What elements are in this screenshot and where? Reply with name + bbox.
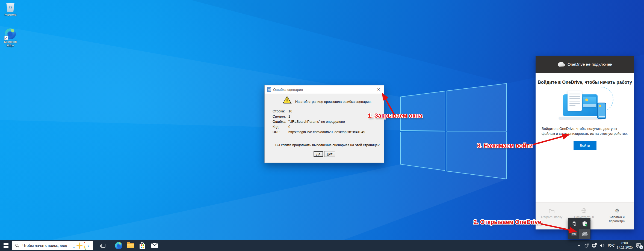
onedrive-description: Войдите в OneDrive, чтобы получить досту…: [542, 126, 628, 136]
script-document-icon: [267, 87, 271, 92]
onedrive-cloud-icon: [557, 62, 565, 67]
desktop-icon-microsoft-edge[interactable]: Microsoft Edge: [1, 28, 19, 47]
notification-badge: 1: [639, 245, 643, 249]
phone-illustration: [597, 103, 606, 119]
vmware-tray-icon[interactable]: vm: [569, 229, 579, 239]
edge-icon: [5, 28, 16, 39]
taskbar-clock[interactable]: 8:00 17.11.2025: [616, 240, 633, 251]
mail-icon: [151, 243, 158, 248]
show-hidden-icons-button[interactable]: [575, 240, 583, 251]
usb-tray-icon[interactable]: [569, 219, 579, 229]
edge-icon: [115, 242, 122, 249]
defender-tray-icon[interactable]: [579, 219, 590, 229]
annotation-step1: 1. Закрываем окна: [368, 112, 422, 119]
search-highlights-icon: [68, 241, 91, 250]
annotation-step3: 3. Нажимаем войти: [477, 142, 533, 149]
error-detail-row: Строка: 16: [273, 109, 365, 114]
search-input[interactable]: [22, 243, 68, 248]
dialog-title: Ошибка сценария: [273, 88, 375, 92]
onedrive-panel-header: OneDrive не подключен: [536, 56, 634, 73]
globe-icon: [568, 206, 600, 213]
taskbar-edge-button[interactable]: [113, 240, 125, 251]
help-settings-button[interactable]: ⚙ Справка и параметры: [600, 206, 634, 229]
open-folder-button: Открыть папку: [536, 206, 568, 229]
annotation-step2: 2. Открываем OneDrive: [474, 219, 541, 226]
photo-illustration: [583, 97, 596, 107]
task-view-button[interactable]: [97, 240, 109, 251]
no-button[interactable]: Нет: [324, 151, 335, 157]
error-details: Строка: 16 Символ: 1 Ошибка: "URLSearchP…: [273, 109, 365, 135]
search-icon: [15, 243, 19, 248]
taskbar-store-button[interactable]: [137, 240, 149, 251]
onedrive-panel: OneDrive не подключен Войдите в OneDrive…: [536, 56, 634, 229]
volume-icon[interactable]: [598, 240, 606, 251]
error-detail-row: Код: 0: [273, 124, 365, 129]
taskbar-mail-button[interactable]: [149, 240, 161, 251]
yes-button[interactable]: Да: [314, 151, 323, 157]
sign-in-button[interactable]: Войти: [574, 141, 596, 150]
recycle-symbol-icon: ♻: [6, 5, 15, 10]
recycle-bin-icon: ♻: [6, 2, 15, 12]
error-message: На этой странице произошла ошибка сценар…: [295, 100, 371, 104]
close-icon[interactable]: ✕: [375, 85, 382, 94]
taskbar: РУС 8:00 17.11.2025 1: [0, 240, 644, 251]
dialog-buttons: Да Нет: [265, 151, 384, 157]
desktop-icon-recycle-bin[interactable]: ♻ Корзина: [1, 2, 19, 16]
start-button[interactable]: [0, 240, 12, 251]
chevron-up-icon: [577, 244, 581, 247]
script-error-dialog: Ошибка сценария ✕ На этой странице произ…: [264, 85, 384, 163]
gear-icon: ⚙: [615, 208, 620, 213]
tray-device-icon[interactable]: [583, 240, 590, 251]
dialog-titlebar: Ошибка сценария ✕: [265, 85, 384, 94]
microsoft-store-icon: [140, 242, 146, 249]
dialog-question: Вы хотите продолжить выполнение сценарие…: [275, 143, 380, 147]
desktop-icon-label: Корзина: [1, 13, 19, 16]
file-explorer-icon: [127, 243, 134, 248]
onedrive-illustration: [552, 89, 618, 122]
onedrive-tray-icon[interactable]: [579, 229, 590, 239]
clock-date: 17.11.2025: [616, 246, 633, 250]
warning-icon: [283, 96, 291, 104]
onedrive-signin-heading: Войдите в OneDrive, чтобы начать работу: [536, 80, 634, 85]
taskbar-search-box[interactable]: [12, 241, 93, 250]
action-center-button[interactable]: 1: [633, 240, 644, 251]
error-detail-row: URL: https://login.live.com/oauth20_desk…: [273, 129, 365, 135]
taskbar-explorer-button[interactable]: [125, 240, 137, 251]
shortcut-arrow-icon: [4, 36, 8, 40]
tray-overflow-popup: vm: [568, 218, 590, 239]
onedrive-disconnected-icon: [581, 231, 588, 236]
document-illustration: [568, 91, 582, 111]
language-indicator[interactable]: РУС: [606, 240, 616, 251]
network-icon[interactable]: [590, 240, 598, 251]
error-detail-row: Ошибка: "URLSearchParams" не определено: [273, 119, 365, 124]
error-detail-row: Символ: 1: [273, 114, 365, 119]
clock-time: 8:00: [616, 241, 633, 246]
windows-logo-icon: [4, 243, 8, 248]
folder-icon: [536, 206, 568, 213]
desktop-icon-label: Microsoft Edge: [1, 40, 19, 47]
onedrive-status-title: OneDrive не подключен: [568, 62, 612, 67]
task-view-icon: [100, 243, 107, 249]
